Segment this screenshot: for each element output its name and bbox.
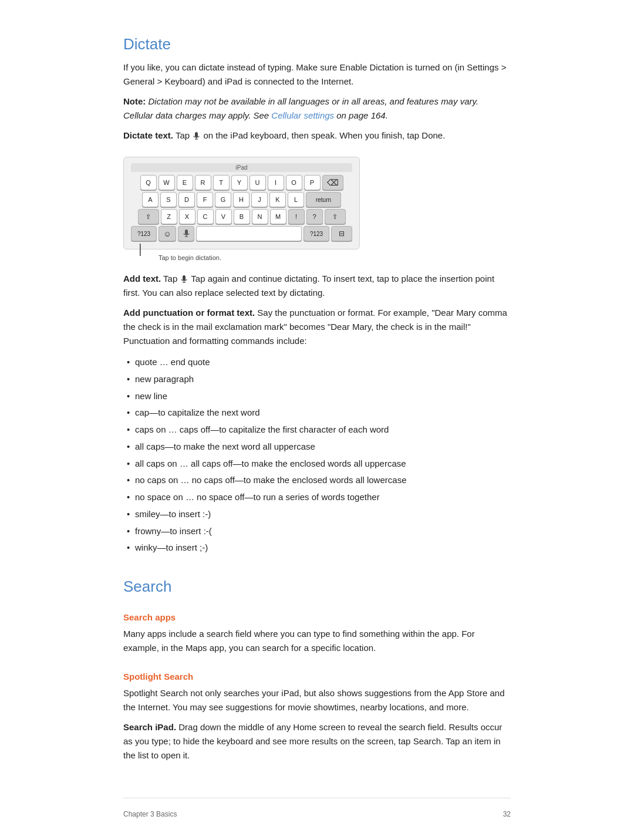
key-question: ? bbox=[306, 209, 323, 224]
add-punct-instruction: Add punctuation or format text. Say the … bbox=[123, 306, 511, 348]
add-text-body-part1: Tap bbox=[161, 274, 180, 284]
dictate-title: Dictate bbox=[123, 35, 511, 53]
bullet-item: smiley—to insert :-) bbox=[123, 506, 511, 523]
dictate-note: Note: Dictation may not be available in … bbox=[123, 95, 511, 123]
note-label: Note: bbox=[123, 96, 146, 106]
key-u: U bbox=[249, 175, 266, 190]
spotlight-search-subtitle: Spotlight Search bbox=[123, 672, 511, 682]
key-mic bbox=[178, 226, 194, 241]
bullet-item: all caps on … all caps off—to make the e… bbox=[123, 456, 511, 473]
key-o: O bbox=[286, 175, 302, 190]
keyboard-illustration: iPad Q W E R T Y U I O P ⌫ A S D F G bbox=[123, 149, 511, 261]
key-b: B bbox=[234, 209, 250, 224]
key-n: N bbox=[252, 209, 268, 224]
key-v: V bbox=[215, 209, 232, 224]
key-c: C bbox=[197, 209, 214, 224]
keyboard-row-3: ⇧ Z X C V B N M ! ? ⇧ bbox=[131, 209, 352, 224]
key-i: I bbox=[268, 175, 284, 190]
key-backspace: ⌫ bbox=[322, 175, 343, 190]
bullet-item: caps on … caps off—to capitalize the fir… bbox=[123, 421, 511, 438]
svg-rect-3 bbox=[185, 230, 188, 235]
key-y: Y bbox=[231, 175, 248, 190]
key-emoji: ☺ bbox=[158, 226, 176, 241]
search-ipad-body: Drag down the middle of any Home screen … bbox=[123, 722, 502, 760]
bullet-item: cap—to capitalize the next word bbox=[123, 404, 511, 421]
key-space bbox=[196, 226, 302, 241]
svg-rect-0 bbox=[195, 132, 198, 137]
search-ipad-label: Search iPad. bbox=[123, 722, 176, 732]
key-d: D bbox=[178, 192, 195, 207]
footer-chapter: Chapter 3 Basics bbox=[123, 810, 177, 818]
bullet-item: new paragraph bbox=[123, 371, 511, 388]
add-punct-label: Add punctuation or format text. bbox=[123, 308, 255, 318]
dictate-text-label: Dictate text. bbox=[123, 130, 173, 140]
key-hide: ⊟ bbox=[331, 226, 352, 241]
add-text-instruction: Add text. Tap Tap again and continue dic… bbox=[123, 272, 511, 300]
bullet-item: quote … end quote bbox=[123, 354, 511, 371]
key-j: J bbox=[251, 192, 268, 207]
bullet-item: no caps on … no caps off—to make the enc… bbox=[123, 472, 511, 489]
key-q: Q bbox=[140, 175, 157, 190]
key-f: F bbox=[197, 192, 213, 207]
mic-icon-2 bbox=[180, 275, 188, 284]
page-content: Dictate If you like, you can dictate ins… bbox=[88, 0, 546, 840]
bullet-item: all caps—to make the next word all upper… bbox=[123, 438, 511, 456]
svg-rect-6 bbox=[183, 275, 186, 281]
mic-icon bbox=[193, 131, 200, 141]
keyboard-row-4: ?123 ☺ ?123 ⊟ bbox=[131, 226, 352, 241]
tap-to-dictate-label: Tap to begin dictation. bbox=[158, 254, 511, 261]
page-footer: Chapter 3 Basics 32 bbox=[123, 798, 511, 818]
dictate-text-body-part1: Tap bbox=[173, 130, 192, 140]
bullet-item: no space on … no space off—to run a seri… bbox=[123, 489, 511, 506]
key-num-right: ?123 bbox=[303, 226, 329, 241]
bullet-item: new line bbox=[123, 388, 511, 405]
key-k: K bbox=[269, 192, 286, 207]
keyboard-row-2: A S D F G H J K L return bbox=[131, 192, 352, 207]
key-l: L bbox=[288, 192, 304, 207]
key-r: R bbox=[195, 175, 211, 190]
punctuation-list: quote … end quotenew paragraphnew lineca… bbox=[123, 354, 511, 556]
search-title: Search bbox=[123, 578, 511, 596]
search-apps-body: Many apps include a search field where y… bbox=[123, 627, 511, 655]
dictate-intro: If you like, you can dictate instead of … bbox=[123, 60, 511, 89]
keyboard-row-1: Q W E R T Y U I O P ⌫ bbox=[131, 175, 352, 190]
note-suffix: on page 164. bbox=[334, 110, 388, 120]
spotlight-search-body: Spotlight Search not only searches your … bbox=[123, 686, 511, 714]
key-m: M bbox=[270, 209, 286, 224]
key-shift-right: ⇧ bbox=[325, 209, 346, 224]
keyboard-title-bar: iPad bbox=[131, 163, 352, 172]
key-p: P bbox=[304, 175, 321, 190]
key-e: E bbox=[177, 175, 193, 190]
footer-page: 32 bbox=[503, 810, 511, 818]
add-text-label: Add text. bbox=[123, 274, 161, 284]
bullet-item: frowny—to insert :-( bbox=[123, 523, 511, 540]
key-shift-left: ⇧ bbox=[138, 209, 159, 224]
search-apps-subtitle: Search apps bbox=[123, 612, 511, 622]
key-return: return bbox=[306, 192, 341, 207]
key-exclaim: ! bbox=[288, 209, 305, 224]
dictate-text-body-part2: on the iPad keyboard, then speak. When y… bbox=[201, 130, 445, 140]
key-h: H bbox=[233, 192, 249, 207]
key-x: X bbox=[179, 209, 195, 224]
key-t: T bbox=[213, 175, 230, 190]
dictate-text-instruction: Dictate text. Tap on the iPad keyboard, … bbox=[123, 129, 511, 143]
key-num-left: ?123 bbox=[131, 226, 157, 241]
cellular-settings-link[interactable]: Cellular settings bbox=[271, 110, 334, 120]
search-ipad-instruction: Search iPad. Drag down the middle of any… bbox=[123, 720, 511, 763]
key-g: G bbox=[215, 192, 231, 207]
bullet-item: winky—to insert ;-) bbox=[123, 539, 511, 556]
key-w: W bbox=[158, 175, 175, 190]
key-a: A bbox=[142, 192, 158, 207]
key-s: S bbox=[160, 192, 177, 207]
key-z: Z bbox=[161, 209, 177, 224]
